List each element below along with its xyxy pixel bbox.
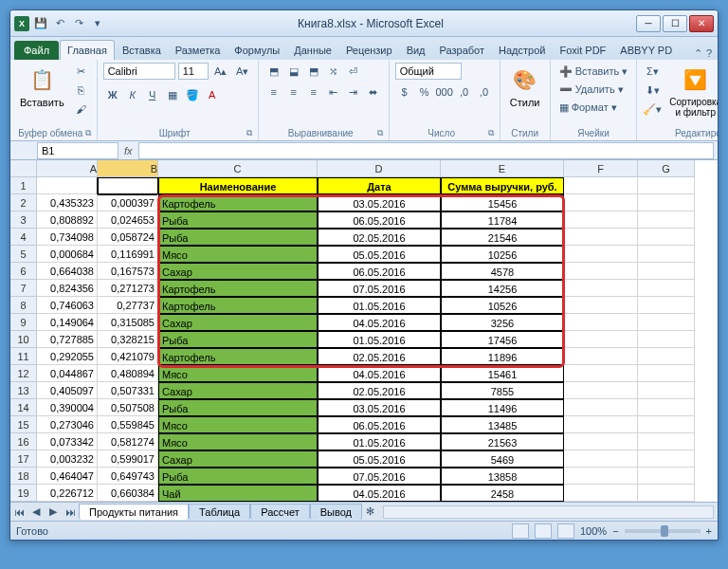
cell[interactable]: 0,599017 [98, 450, 158, 468]
close-button[interactable]: ✕ [689, 15, 714, 32]
cell[interactable] [638, 211, 695, 229]
cell[interactable] [564, 297, 638, 314]
row-header[interactable]: 1 [10, 177, 37, 194]
row-header[interactable]: 13 [10, 382, 37, 399]
row-header[interactable]: 14 [10, 399, 37, 416]
cell[interactable]: 7855 [441, 382, 564, 399]
cell[interactable] [564, 211, 638, 229]
font-launcher-icon[interactable]: ⧉ [246, 128, 252, 138]
cell[interactable] [564, 416, 638, 433]
cell[interactable] [638, 314, 695, 331]
cell[interactable]: 10526 [441, 297, 564, 314]
border-icon[interactable]: ▦ [163, 86, 182, 103]
cell[interactable]: 02.05.2016 [318, 382, 441, 399]
italic-button[interactable]: К [123, 86, 142, 103]
cell[interactable] [564, 263, 638, 280]
cell[interactable]: 0,000684 [37, 246, 98, 263]
cell[interactable]: 05.05.2016 [318, 450, 441, 468]
cell[interactable]: 02.05.2016 [318, 348, 441, 365]
cell[interactable]: 5469 [441, 450, 564, 468]
cell[interactable]: 13858 [441, 468, 564, 485]
cell[interactable] [564, 468, 638, 485]
bold-button[interactable]: Ж [103, 86, 122, 103]
sheet-tab-3[interactable]: Рассчет [250, 504, 310, 520]
number-format-combo[interactable]: Общий [395, 63, 462, 80]
cell[interactable]: Мясо [158, 416, 318, 433]
cell[interactable]: 2458 [441, 485, 564, 502]
row-header[interactable]: 10 [10, 331, 37, 348]
cell[interactable]: 14256 [441, 280, 564, 297]
cell[interactable] [564, 246, 638, 263]
cell[interactable] [564, 433, 638, 450]
cell[interactable]: 06.05.2016 [318, 416, 441, 433]
cell[interactable] [37, 177, 98, 194]
font-name-combo[interactable]: Calibri [103, 63, 175, 80]
col-header-g[interactable]: G [638, 160, 695, 177]
indent-dec-icon[interactable]: ⇤ [324, 83, 343, 101]
align-top-icon[interactable]: ⬒ [264, 63, 283, 80]
cell[interactable] [638, 433, 695, 450]
align-bottom-icon[interactable]: ⬒ [304, 63, 323, 80]
cell[interactable]: Сахар [158, 382, 318, 399]
cell[interactable] [564, 194, 638, 211]
cell[interactable]: 0,660384 [98, 485, 158, 502]
cell[interactable]: 0,003232 [37, 450, 98, 468]
align-right-icon[interactable]: ≡ [304, 83, 323, 101]
cell[interactable]: 0,664038 [37, 263, 98, 280]
name-box[interactable]: B1 [37, 142, 118, 159]
wrap-text-icon[interactable]: ⏎ [344, 63, 363, 80]
fill-icon[interactable]: ⬇▾ [643, 82, 662, 99]
col-header-b[interactable]: B [98, 160, 158, 177]
cell[interactable] [638, 177, 695, 194]
tab-view[interactable]: Вид [400, 41, 432, 60]
row-header[interactable]: 4 [10, 229, 37, 246]
row-header[interactable]: 18 [10, 468, 37, 485]
sheet-nav-next-icon[interactable]: ▶ [45, 505, 62, 518]
sheet-nav-prev-icon[interactable]: ◀ [27, 505, 45, 518]
cell[interactable] [564, 382, 638, 399]
cell[interactable]: 10256 [441, 246, 564, 263]
cell[interactable]: Дата [318, 177, 441, 194]
align-center-icon[interactable]: ≡ [284, 83, 303, 101]
tab-abbyy[interactable]: ABBYY PD [613, 41, 679, 60]
cell[interactable]: 11896 [441, 348, 564, 365]
cell[interactable]: 0,464047 [37, 468, 98, 485]
cell[interactable]: 0,824356 [37, 280, 98, 297]
cell[interactable]: 0,746063 [37, 297, 98, 314]
font-color-icon[interactable]: A [203, 86, 222, 103]
cell[interactable]: Рыба [158, 399, 318, 416]
cell[interactable] [638, 485, 695, 502]
cell[interactable]: 0,559845 [98, 416, 158, 433]
fx-icon[interactable]: fx [124, 145, 133, 156]
cell[interactable] [638, 194, 695, 211]
row-header[interactable]: 8 [10, 297, 37, 314]
file-tab[interactable]: Файл [14, 41, 59, 60]
cell[interactable]: 03.05.2016 [318, 399, 441, 416]
cell[interactable]: 03.05.2016 [318, 194, 441, 211]
cell[interactable]: 17456 [441, 331, 564, 348]
cell[interactable]: 04.05.2016 [318, 365, 441, 382]
tab-addins[interactable]: Надстрой [492, 41, 552, 60]
cell[interactable]: 0,058724 [98, 229, 158, 246]
cell[interactable]: 0,328215 [98, 331, 158, 348]
cell[interactable] [638, 348, 695, 365]
col-header-a[interactable]: A [37, 160, 98, 177]
insert-cells-button[interactable]: ➕ Вставить ▾ [556, 63, 631, 80]
cell[interactable]: 07.05.2016 [318, 468, 441, 485]
cell[interactable]: Картофель [158, 297, 318, 314]
cell[interactable]: 0,226712 [37, 485, 98, 502]
cell[interactable]: 01.05.2016 [318, 433, 441, 450]
cell[interactable]: 0,421079 [98, 348, 158, 365]
cell[interactable] [638, 450, 695, 468]
cell[interactable]: 0,315085 [98, 314, 158, 331]
cell[interactable] [638, 263, 695, 280]
cell[interactable]: 0,727885 [37, 331, 98, 348]
row-header[interactable]: 17 [10, 450, 37, 468]
sheet-nav-last-icon[interactable]: ⏭ [62, 506, 79, 518]
paste-button[interactable]: 📋 Вставить [16, 63, 68, 110]
cell[interactable] [564, 348, 638, 365]
row-header[interactable]: 7 [10, 280, 37, 297]
formula-bar[interactable] [138, 142, 714, 159]
row-header[interactable]: 2 [10, 194, 37, 211]
select-all-button[interactable] [10, 160, 37, 177]
